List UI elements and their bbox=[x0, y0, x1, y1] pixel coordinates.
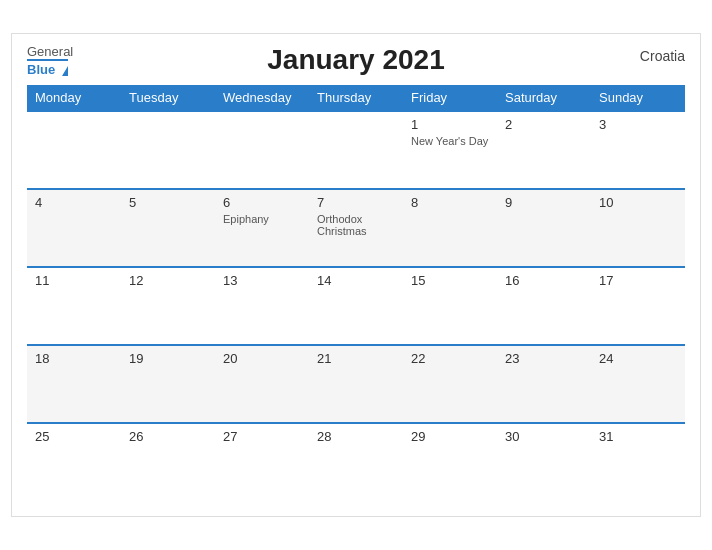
day-cell: 14 bbox=[309, 267, 403, 345]
day-cell: 15 bbox=[403, 267, 497, 345]
week-row-2: 11121314151617 bbox=[27, 267, 685, 345]
day-number: 5 bbox=[129, 195, 207, 210]
day-number: 2 bbox=[505, 117, 583, 132]
holiday-name: Orthodox Christmas bbox=[317, 213, 395, 237]
weekday-header-wednesday: Wednesday bbox=[215, 85, 309, 111]
day-number: 15 bbox=[411, 273, 489, 288]
day-number: 21 bbox=[317, 351, 395, 366]
day-cell: 30 bbox=[497, 423, 591, 501]
day-cell: 2 bbox=[497, 111, 591, 189]
week-row-3: 18192021222324 bbox=[27, 345, 685, 423]
holiday-name: Epiphany bbox=[223, 213, 301, 225]
day-number: 25 bbox=[35, 429, 113, 444]
day-cell bbox=[215, 111, 309, 189]
day-cell: 31 bbox=[591, 423, 685, 501]
day-cell: 23 bbox=[497, 345, 591, 423]
weekday-header-friday: Friday bbox=[403, 85, 497, 111]
day-number: 19 bbox=[129, 351, 207, 366]
day-cell bbox=[121, 111, 215, 189]
calendar-header: General Blue January 2021 Croatia bbox=[27, 44, 685, 77]
day-number: 10 bbox=[599, 195, 677, 210]
day-cell: 19 bbox=[121, 345, 215, 423]
calendar-thead: MondayTuesdayWednesdayThursdayFridaySatu… bbox=[27, 85, 685, 111]
day-number: 29 bbox=[411, 429, 489, 444]
day-number: 13 bbox=[223, 273, 301, 288]
day-cell: 20 bbox=[215, 345, 309, 423]
day-number: 17 bbox=[599, 273, 677, 288]
day-cell: 26 bbox=[121, 423, 215, 501]
week-row-0: 1New Year's Day23 bbox=[27, 111, 685, 189]
day-cell: 7Orthodox Christmas bbox=[309, 189, 403, 267]
logo-general-text: General bbox=[27, 44, 73, 59]
holiday-name: New Year's Day bbox=[411, 135, 489, 147]
day-number: 11 bbox=[35, 273, 113, 288]
day-cell: 22 bbox=[403, 345, 497, 423]
weekday-header-row: MondayTuesdayWednesdayThursdayFridaySatu… bbox=[27, 85, 685, 111]
calendar-country: Croatia bbox=[640, 48, 685, 64]
day-cell: 9 bbox=[497, 189, 591, 267]
logo: General Blue bbox=[27, 44, 73, 77]
day-number: 6 bbox=[223, 195, 301, 210]
day-cell: 13 bbox=[215, 267, 309, 345]
day-number: 20 bbox=[223, 351, 301, 366]
day-cell: 18 bbox=[27, 345, 121, 423]
day-number: 7 bbox=[317, 195, 395, 210]
day-cell: 25 bbox=[27, 423, 121, 501]
logo-triangle-icon bbox=[62, 66, 68, 76]
weekday-header-tuesday: Tuesday bbox=[121, 85, 215, 111]
day-number: 22 bbox=[411, 351, 489, 366]
day-number: 3 bbox=[599, 117, 677, 132]
day-cell: 21 bbox=[309, 345, 403, 423]
day-number: 24 bbox=[599, 351, 677, 366]
day-number: 23 bbox=[505, 351, 583, 366]
weekday-header-monday: Monday bbox=[27, 85, 121, 111]
day-cell: 17 bbox=[591, 267, 685, 345]
day-cell: 16 bbox=[497, 267, 591, 345]
day-number: 4 bbox=[35, 195, 113, 210]
day-cell: 10 bbox=[591, 189, 685, 267]
week-row-1: 456Epiphany7Orthodox Christmas8910 bbox=[27, 189, 685, 267]
weekday-header-thursday: Thursday bbox=[309, 85, 403, 111]
day-number: 1 bbox=[411, 117, 489, 132]
day-number: 12 bbox=[129, 273, 207, 288]
weekday-header-sunday: Sunday bbox=[591, 85, 685, 111]
day-cell: 5 bbox=[121, 189, 215, 267]
day-cell bbox=[309, 111, 403, 189]
day-cell: 4 bbox=[27, 189, 121, 267]
day-number: 8 bbox=[411, 195, 489, 210]
day-cell: 3 bbox=[591, 111, 685, 189]
day-number: 31 bbox=[599, 429, 677, 444]
calendar-title: January 2021 bbox=[267, 44, 444, 76]
day-number: 30 bbox=[505, 429, 583, 444]
weekday-header-saturday: Saturday bbox=[497, 85, 591, 111]
calendar-tbody: 1New Year's Day23456Epiphany7Orthodox Ch… bbox=[27, 111, 685, 501]
day-cell: 8 bbox=[403, 189, 497, 267]
day-cell: 6Epiphany bbox=[215, 189, 309, 267]
calendar-grid: MondayTuesdayWednesdayThursdayFridaySatu… bbox=[27, 85, 685, 501]
day-cell: 28 bbox=[309, 423, 403, 501]
day-cell: 1New Year's Day bbox=[403, 111, 497, 189]
day-number: 18 bbox=[35, 351, 113, 366]
day-number: 14 bbox=[317, 273, 395, 288]
day-cell: 27 bbox=[215, 423, 309, 501]
week-row-4: 25262728293031 bbox=[27, 423, 685, 501]
logo-blue-text: Blue bbox=[27, 59, 68, 77]
day-cell: 29 bbox=[403, 423, 497, 501]
day-number: 26 bbox=[129, 429, 207, 444]
day-cell: 11 bbox=[27, 267, 121, 345]
day-cell: 12 bbox=[121, 267, 215, 345]
day-number: 16 bbox=[505, 273, 583, 288]
day-number: 28 bbox=[317, 429, 395, 444]
day-number: 27 bbox=[223, 429, 301, 444]
day-cell bbox=[27, 111, 121, 189]
day-cell: 24 bbox=[591, 345, 685, 423]
calendar-container: General Blue January 2021 Croatia Monday… bbox=[11, 33, 701, 517]
day-number: 9 bbox=[505, 195, 583, 210]
